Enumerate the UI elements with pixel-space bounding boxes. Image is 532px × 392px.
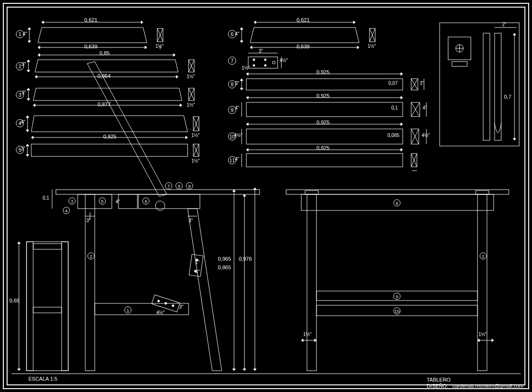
dim-p2-top: 0,85 — [99, 50, 109, 56]
svg-marker-75 — [240, 41, 243, 43]
dim-p1-sec: 1½" — [155, 44, 163, 49]
svg-marker-97 — [240, 88, 243, 90]
dim-sv-h1: 0,965 — [218, 256, 231, 262]
scale-value: 1:5 — [50, 376, 57, 382]
svg-text:11: 11 — [229, 158, 235, 163]
svg-rect-197 — [33, 244, 62, 249]
svg-rect-205 — [478, 194, 487, 371]
dim-fv-right: 1½" — [478, 332, 487, 337]
svg-rect-195 — [27, 242, 33, 371]
svg-marker-36 — [180, 104, 182, 107]
svg-marker-7 — [38, 46, 40, 49]
svg-marker-50 — [26, 116, 29, 118]
designer-contact: cardenas.montero@gmail.com — [452, 383, 523, 389]
svg-rect-135 — [440, 23, 519, 146]
svg-point-157 — [164, 302, 167, 304]
dim-p8-h: 3" — [235, 81, 239, 86]
svg-marker-129 — [401, 148, 403, 151]
svg-point-156 — [157, 300, 160, 302]
svg-text:8: 8 — [178, 184, 180, 189]
svg-marker-45 — [31, 116, 188, 132]
dim-sv-plate-4: 4" — [195, 269, 199, 274]
svg-rect-209 — [476, 191, 489, 194]
scale-label: ESCALA 1:5 — [28, 376, 57, 382]
svg-rect-194 — [27, 242, 68, 371]
assembly-side-view: 4 3 5 6 7 8 9 2 1 — [52, 62, 260, 371]
svg-marker-193 — [253, 369, 256, 371]
svg-rect-154 — [95, 303, 189, 315]
svg-point-84 — [264, 59, 266, 61]
dim-p3-sec: 1½" — [187, 102, 195, 108]
dim-p9-extra: 0,1 — [391, 105, 398, 110]
dim-p7-sec: 4½" — [280, 58, 288, 63]
dim-sv-top: 0,1 — [43, 195, 49, 201]
svg-marker-27 — [27, 70, 30, 72]
svg-marker-21 — [173, 54, 175, 56]
dim-p6-sec: 1½" — [368, 44, 376, 49]
svg-marker-106 — [246, 96, 248, 99]
dim-p2-h: 3" — [22, 62, 26, 67]
svg-marker-8 — [145, 46, 147, 49]
svg-rect-150 — [118, 194, 137, 209]
dim-sv-brace: 3" — [189, 218, 193, 223]
dim-p2-bot: 0,864 — [98, 73, 111, 79]
svg-rect-91 — [246, 79, 403, 90]
svg-point-85 — [264, 64, 266, 66]
svg-marker-152 — [188, 209, 222, 371]
svg-marker-222 — [478, 339, 479, 342]
svg-text:7: 7 — [167, 184, 170, 189]
dim-p10-sec: 4½" — [422, 133, 430, 138]
svg-rect-126 — [246, 154, 403, 167]
dim-detail-w: 2" — [502, 22, 506, 27]
dim-p8-sec: 3" — [420, 81, 424, 86]
svg-marker-145 — [513, 33, 516, 35]
svg-text:3: 3 — [18, 92, 21, 98]
svg-marker-2 — [38, 27, 147, 43]
svg-text:6: 6 — [231, 31, 234, 37]
svg-text:3: 3 — [71, 199, 73, 204]
svg-marker-74 — [240, 27, 243, 29]
svg-rect-57 — [31, 144, 188, 156]
dim-sv-plate-w: 4½" — [156, 310, 164, 315]
dim-p1-bot: 0,639 — [84, 44, 98, 49]
svg-marker-190 — [243, 369, 246, 371]
detail-right — [440, 23, 519, 146]
svg-marker-4 — [42, 21, 44, 24]
svg-rect-115 — [246, 129, 403, 144]
assembly-aux-frame — [18, 242, 68, 371]
dim-sv-leg: 3" — [86, 218, 90, 223]
svg-marker-128 — [246, 148, 248, 151]
part-7: 7 — [228, 53, 281, 68]
svg-text:2: 2 — [90, 254, 92, 259]
dim-p8-top: 0,925 — [316, 69, 330, 75]
svg-marker-93 — [246, 73, 248, 75]
svg-marker-201 — [18, 369, 20, 371]
svg-marker-69 — [353, 21, 355, 24]
svg-text:9: 9 — [188, 184, 190, 189]
svg-rect-142 — [495, 33, 501, 140]
svg-marker-186 — [233, 190, 235, 191]
dim-sv-apron: 4" — [116, 199, 120, 204]
svg-marker-38 — [27, 88, 30, 90]
dim-p7-h: 1½" — [242, 65, 250, 71]
dim-sv-h3: 0,976 — [239, 256, 252, 262]
svg-text:7: 7 — [231, 58, 234, 64]
dim-p9-h: 4" — [235, 105, 239, 110]
svg-marker-118 — [401, 123, 403, 126]
svg-rect-140 — [452, 62, 467, 66]
designer-label: DISEÑO: — [427, 383, 448, 389]
svg-marker-39 — [27, 99, 30, 100]
dim-p9-top: 0,925 — [316, 93, 330, 99]
dim-sv-plate-1: 1" — [195, 260, 199, 265]
svg-point-158 — [172, 304, 174, 307]
dim-p6-h: 4" — [235, 31, 239, 36]
dim-p10-extra: 0,085 — [388, 133, 399, 138]
svg-text:9: 9 — [231, 107, 234, 113]
svg-text:6: 6 — [144, 199, 147, 204]
svg-text:4: 4 — [65, 209, 67, 213]
svg-marker-26 — [27, 60, 30, 62]
dim-p10-top: 0,925 — [316, 119, 330, 125]
svg-text:9: 9 — [396, 294, 398, 299]
svg-text:2: 2 — [482, 254, 484, 259]
dim-p3-bot: 0,877 — [98, 101, 111, 107]
